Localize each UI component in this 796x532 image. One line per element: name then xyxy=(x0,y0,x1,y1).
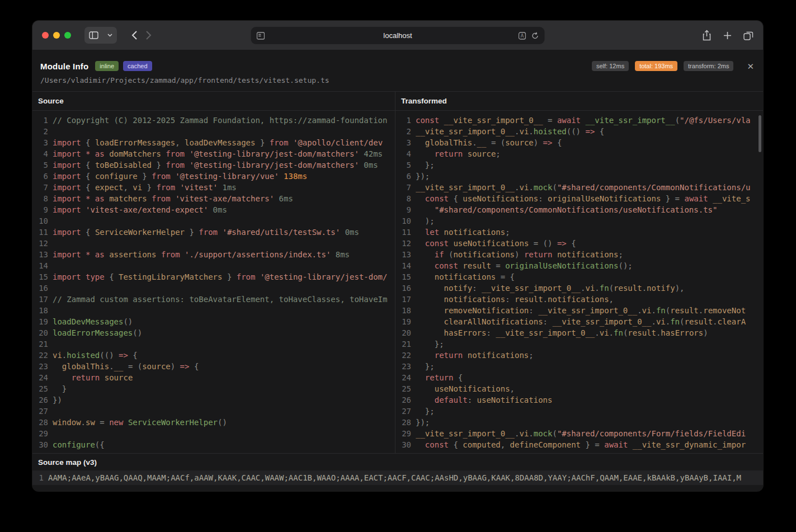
code-line: 16 notify: __vite_ssr_import_0__.vi.fn(r… xyxy=(395,283,763,294)
line-number: 10 xyxy=(32,215,48,227)
line-number: 5 xyxy=(395,159,411,171)
line-number: 23 xyxy=(395,361,411,372)
code-line: 1// Copyright (C) 2012-2025 Zammad Found… xyxy=(32,115,395,126)
source-code-view[interactable]: 1// Copyright (C) 2012-2025 Zammad Found… xyxy=(32,111,395,453)
line-content: }; xyxy=(416,361,763,372)
source-map-title: Source map (v3) xyxy=(32,454,763,470)
zoom-window-button[interactable] xyxy=(64,32,71,39)
code-line: 24 return source xyxy=(32,372,395,383)
code-line: 25 } xyxy=(32,383,395,394)
line-content: removeNotification: __vite_ssr_import_0_… xyxy=(416,305,763,316)
transformed-code-view[interactable]: 1const __vite_ssr_import_0__ = await __v… xyxy=(395,111,763,453)
code-line: 25 useNotifications, xyxy=(395,383,763,394)
code-line: 27 }; xyxy=(395,406,763,417)
line-number: 4 xyxy=(395,148,411,159)
line-content xyxy=(53,406,395,417)
code-line: 4 return source; xyxy=(395,148,763,159)
source-panel: Source 1// Copyright (C) 2012-2025 Zamma… xyxy=(32,92,395,453)
line-content: import type { TestingLibraryMatchers } f… xyxy=(53,271,395,283)
code-line: 3 globalThis.__ = (source) => { xyxy=(395,137,763,148)
new-tab-icon[interactable] xyxy=(723,31,732,40)
line-number: 28 xyxy=(32,417,48,428)
code-line: 19 clearAllNotifications: __vite_ssr_imp… xyxy=(395,316,763,327)
line-number: 24 xyxy=(32,372,48,383)
source-map-section: Source map (v3) 1AAMA;AAeA,yBAAG,QAAQ,MA… xyxy=(32,453,763,485)
code-line: 11import { ServiceWorkerHelper } from '#… xyxy=(32,227,395,238)
line-number: 17 xyxy=(32,294,48,305)
line-number: 1 xyxy=(395,115,411,126)
code-line: 29__vite_ssr_import_0__.vi.mock("#shared… xyxy=(395,428,763,439)
translate-icon[interactable]: A xyxy=(519,32,526,40)
line-number: 24 xyxy=(395,372,411,383)
line-content: import * as assertions from './support/a… xyxy=(53,249,395,260)
line-number: 3 xyxy=(32,137,48,148)
line-number: 7 xyxy=(395,182,411,193)
line-content: loadDevMessages() xyxy=(53,316,395,327)
code-line: 20loadErrorMessages() xyxy=(32,327,395,338)
line-number: 1 xyxy=(32,472,44,483)
window-controls xyxy=(42,32,71,39)
code-line: 26 default: useNotifications xyxy=(395,394,763,406)
line-content: notifications: result.notifications, xyxy=(416,294,763,305)
tabs-overview-icon[interactable] xyxy=(743,31,753,40)
address-bar[interactable]: localhost A xyxy=(251,27,545,44)
close-panel-button[interactable]: ✕ xyxy=(747,62,754,70)
line-content: window.sw = new ServiceWorkerHelper() xyxy=(53,417,395,428)
line-content xyxy=(53,126,395,137)
share-icon[interactable] xyxy=(702,30,712,41)
line-content: AAMA;AAeA,yBAAG,QAAQ,MAAM;AACf,aAAW,KAAK… xyxy=(48,472,763,483)
line-number: 23 xyxy=(32,361,48,372)
line-number: 21 xyxy=(395,338,411,350)
vertical-scrollbar-thumb[interactable] xyxy=(759,115,761,152)
line-number: 21 xyxy=(32,338,48,350)
chevron-down-icon xyxy=(107,34,112,37)
reload-icon[interactable] xyxy=(531,32,539,40)
browser-window: localhost A xyxy=(32,21,763,491)
line-content xyxy=(53,338,395,350)
code-line: 28window.sw = new ServiceWorkerHelper() xyxy=(32,417,395,428)
line-content: // Copyright (C) 2012-2025 Zammad Founda… xyxy=(53,115,395,126)
line-content: import { ServiceWorkerHelper } from '#sh… xyxy=(53,227,395,238)
close-window-button[interactable] xyxy=(42,32,49,39)
code-line: 22vi.hoisted(() => { xyxy=(32,350,395,361)
line-content: notify: __vite_ssr_import_0__.vi.fn(resu… xyxy=(416,283,763,294)
line-content: const result = originalUseNotifications(… xyxy=(416,260,763,271)
minimize-window-button[interactable] xyxy=(53,32,60,39)
code-line: 4import * as domMatchers from '@testing-… xyxy=(32,148,395,159)
line-number: 30 xyxy=(32,439,48,450)
code-line: 14 xyxy=(32,260,395,271)
line-content: }) xyxy=(53,394,395,406)
line-number: 25 xyxy=(32,383,48,394)
forward-button[interactable] xyxy=(145,30,152,40)
toolbar-actions xyxy=(702,30,753,41)
line-content: let notifications; xyxy=(416,227,763,238)
line-number: 13 xyxy=(32,249,48,260)
line-content: // Zammad custom assertions: toBeAvatarE… xyxy=(53,294,395,305)
transformed-panel-title: Transformed xyxy=(395,92,763,111)
line-number: 19 xyxy=(32,316,48,327)
code-line: 21 xyxy=(32,338,395,350)
line-content: }; xyxy=(416,338,763,350)
sidebar-toggle-button[interactable] xyxy=(84,27,117,44)
line-number: 14 xyxy=(395,260,411,271)
source-panel-title: Source xyxy=(32,92,395,111)
transformed-panel: Transformed 1const __vite_ssr_import_0__… xyxy=(395,92,763,453)
code-line: 18 removeNotification: __vite_ssr_import… xyxy=(395,305,763,316)
line-number: 22 xyxy=(32,350,48,361)
code-line: 8import * as matchers from 'vitest-axe/m… xyxy=(32,193,395,204)
back-button[interactable] xyxy=(131,30,138,40)
line-number: 27 xyxy=(395,406,411,417)
line-content: ); xyxy=(416,215,763,227)
line-number: 16 xyxy=(32,283,48,294)
line-content: return source xyxy=(53,372,395,383)
code-line: 17 notifications: result.notifications, xyxy=(395,294,763,305)
line-number: 14 xyxy=(32,260,48,271)
badge-inline: inline xyxy=(95,61,119,71)
line-number: 6 xyxy=(395,171,411,182)
source-map-view[interactable]: 1AAMA;AAeA,yBAAG,QAAQ,MAAM;AACf,aAAW,KAA… xyxy=(32,470,763,485)
code-line: 10 xyxy=(32,215,395,227)
code-line: 19loadDevMessages() xyxy=(32,316,395,327)
line-content: return notifications; xyxy=(416,350,763,361)
code-line: 14 const result = originalUseNotificatio… xyxy=(395,260,763,271)
code-line: 12 xyxy=(32,238,395,249)
